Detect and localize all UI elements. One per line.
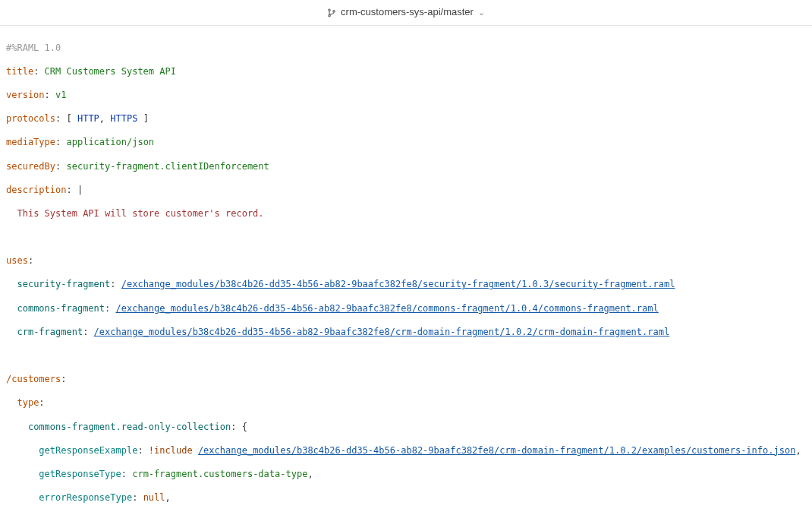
uses-crm-key: crm-fragment: [17, 327, 83, 337]
version-key: version: [6, 90, 45, 100]
cust-ert-val: null: [143, 492, 165, 503]
title-key: title: [6, 66, 33, 77]
customers-type-key: type: [17, 397, 39, 408]
uses-crm-link[interactable]: /exchange_modules/b38c4b26-dd35-4b56-ab8…: [94, 327, 670, 337]
description-text: This System API will store customer's re…: [17, 208, 263, 219]
branch-selector[interactable]: crm-customers-sys-api/master ⌄: [0, 0, 812, 26]
mediatype-value: application/json: [66, 137, 154, 147]
protocol-https: HTTPS: [110, 113, 137, 124]
mediatype-key: mediaType: [6, 137, 55, 147]
cust-ert-key: errorResponseType: [39, 492, 132, 503]
raml-directive: #%RAML 1.0: [6, 43, 61, 53]
uses-commons-link[interactable]: /exchange_modules/b38c4b26-dd35-4b56-ab8…: [116, 303, 659, 314]
svg-point-2: [333, 10, 335, 11]
securedby-value: security-fragment.clientIDenforcement: [66, 161, 269, 172]
customers-coll-type: commons-fragment.read-only-collection: [28, 422, 231, 432]
uses-security-key: security-fragment: [17, 279, 110, 289]
code-editor[interactable]: #%RAML 1.0 title: CRM Customers System A…: [0, 26, 812, 515]
uses-key: uses: [6, 255, 28, 266]
uses-commons-key: commons-fragment: [17, 303, 105, 314]
version-value: v1: [55, 90, 66, 100]
customers-resource: /customers: [6, 374, 61, 384]
description-key: description: [6, 185, 66, 195]
cust-grt-val: crm-fragment.customers-data-type: [132, 469, 307, 479]
branch-name: crm-customers-sys-api/master: [341, 6, 474, 19]
uses-security-link[interactable]: /exchange_modules/b38c4b26-dd35-4b56-ab8…: [121, 279, 675, 289]
include-kw: !include: [149, 445, 193, 456]
svg-point-0: [329, 9, 330, 11]
cust-grt-key: getResponseType: [39, 469, 121, 479]
protocols-key: protocols: [6, 113, 55, 124]
cust-gre-key: getResponseExample: [39, 445, 137, 456]
securedby-key: securedBy: [6, 161, 55, 172]
chevron-down-icon: ⌄: [478, 7, 485, 17]
branch-icon: [327, 8, 336, 18]
title-value: CRM Customers System API: [45, 66, 176, 77]
svg-point-1: [329, 14, 330, 16]
cust-gre-link[interactable]: /exchange_modules/b38c4b26-dd35-4b56-ab8…: [198, 445, 795, 456]
protocol-http: HTTP: [77, 113, 99, 124]
